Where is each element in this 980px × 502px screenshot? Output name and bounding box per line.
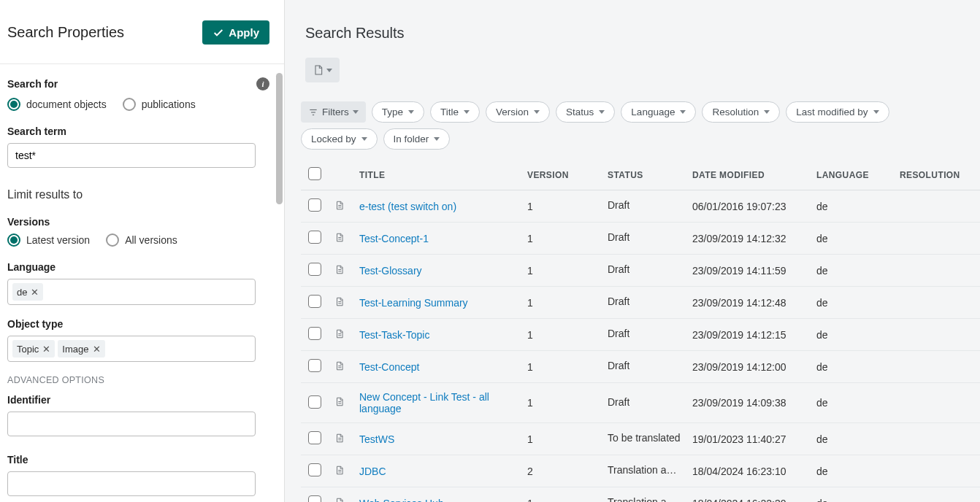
- radio-indicator: [123, 98, 136, 111]
- cell-status: Draft: [602, 319, 686, 351]
- title-input[interactable]: [7, 471, 256, 496]
- remove-tag-icon[interactable]: ✕: [93, 344, 101, 354]
- radio-all-versions[interactable]: All versions: [106, 233, 177, 247]
- document-icon: [334, 199, 345, 212]
- result-title-link[interactable]: TestWS: [359, 433, 394, 445]
- result-title-link[interactable]: Test-Learning Summary: [359, 297, 468, 309]
- radio-latest-version[interactable]: Latest version: [7, 233, 90, 247]
- table-row[interactable]: New Concept - Link Test - all language1D…: [301, 383, 980, 423]
- row-checkbox[interactable]: [308, 359, 321, 372]
- language-label: Language: [7, 261, 277, 273]
- advanced-options-label: ADVANCED OPTIONS: [7, 375, 277, 385]
- language-input[interactable]: de✕: [7, 279, 256, 305]
- cell-status: Draft: [602, 223, 686, 255]
- cell-version: 2: [521, 455, 602, 487]
- radio-document-objects[interactable]: document objects: [7, 98, 107, 111]
- cell-language: de: [811, 455, 894, 487]
- table-row[interactable]: JDBC2Translation app...18/04/2024 16:23:…: [301, 455, 980, 487]
- info-icon[interactable]: i: [256, 77, 269, 90]
- filter-pill-resolution[interactable]: Resolution: [702, 101, 780, 123]
- chevron-down-icon: [408, 110, 414, 114]
- cell-version: 1: [521, 255, 602, 287]
- result-title-link[interactable]: JDBC: [359, 466, 386, 477]
- sidebar-title: Search Properties: [7, 24, 124, 41]
- filter-pill-in-folder[interactable]: In folder: [383, 128, 451, 150]
- cell-language: de: [811, 223, 894, 255]
- filter-pill-last-modified-by[interactable]: Last modified by: [786, 101, 889, 123]
- result-title-link[interactable]: e-test (test switch on): [359, 201, 456, 212]
- result-title-link[interactable]: Test-Glossary: [359, 265, 422, 277]
- result-title-link[interactable]: Test-Task-Topic: [359, 329, 429, 341]
- select-all-checkbox[interactable]: [308, 167, 321, 180]
- col-resolution[interactable]: RESOLUTION: [894, 160, 980, 190]
- col-date-modified[interactable]: DATE MODIFIED: [686, 160, 811, 190]
- cell-resolution: [894, 287, 980, 319]
- object-type-input[interactable]: Topic✕Image✕: [7, 336, 256, 362]
- row-checkbox[interactable]: [308, 295, 321, 308]
- cell-resolution: [894, 190, 980, 223]
- cell-date: 23/09/2019 14:12:15: [686, 319, 811, 351]
- col-title[interactable]: TITLE: [353, 160, 521, 190]
- row-checkbox[interactable]: [308, 495, 321, 502]
- cell-date: 18/04/2024 16:23:10: [686, 455, 811, 487]
- row-checkbox[interactable]: [308, 463, 321, 476]
- result-title-link[interactable]: New Concept - Link Test - all language: [359, 391, 489, 414]
- cell-date: 19/01/2023 11:40:27: [686, 423, 811, 455]
- check-icon: [213, 27, 224, 39]
- result-title-link[interactable]: Web Services Hub: [359, 498, 444, 503]
- row-checkbox[interactable]: [308, 263, 321, 276]
- table-row[interactable]: Test-Task-Topic1Draft23/09/2019 14:12:15…: [301, 319, 980, 351]
- tag-image: Image✕: [58, 340, 104, 358]
- table-row[interactable]: Test-Glossary1Draft23/09/2019 14:11:59de: [301, 255, 980, 287]
- filter-pill-version[interactable]: Version: [486, 101, 550, 123]
- cell-status: Translation app...: [602, 487, 686, 503]
- row-checkbox[interactable]: [308, 431, 321, 444]
- cell-resolution: [894, 255, 980, 287]
- filter-pill-locked-by[interactable]: Locked by: [301, 128, 378, 150]
- table-row[interactable]: Web Services Hub1Translation app...18/04…: [301, 487, 980, 503]
- row-checkbox[interactable]: [308, 198, 321, 212]
- radio-publications[interactable]: publications: [123, 98, 196, 111]
- filter-icon: [308, 107, 318, 117]
- results-toolbar: [285, 49, 980, 82]
- result-title-link[interactable]: Test-Concept: [359, 361, 419, 373]
- row-checkbox[interactable]: [308, 395, 321, 409]
- table-row[interactable]: e-test (test switch on)1Draft06/01/2016 …: [301, 190, 980, 223]
- col-version[interactable]: VERSION: [521, 160, 602, 190]
- row-checkbox[interactable]: [308, 327, 321, 340]
- cell-version: 1: [521, 287, 602, 319]
- identifier-input[interactable]: [7, 412, 256, 436]
- filter-pill-title[interactable]: Title: [430, 101, 480, 123]
- document-icon: [334, 360, 345, 372]
- table-row[interactable]: Test-Concept-11Draft23/09/2019 14:12:32d…: [301, 223, 980, 255]
- filters-button[interactable]: Filters: [301, 101, 366, 123]
- col-language[interactable]: LANGUAGE: [811, 160, 894, 190]
- cell-language: de: [811, 383, 894, 423]
- cell-date: 23/09/2019 14:12:48: [686, 287, 811, 319]
- results-table-wrap: TITLE VERSION STATUS DATE MODIFIED LANGU…: [285, 160, 980, 502]
- search-term-label: Search term: [7, 126, 277, 137]
- cell-language: de: [811, 255, 894, 287]
- remove-tag-icon[interactable]: ✕: [42, 344, 50, 354]
- filter-pill-status[interactable]: Status: [556, 101, 615, 123]
- limit-results-label: Limit results to: [7, 188, 277, 201]
- table-row[interactable]: Test-Concept1Draft23/09/2019 14:12:00de: [301, 351, 980, 383]
- filter-pill-language[interactable]: Language: [621, 101, 696, 123]
- cell-status: Draft: [602, 287, 686, 319]
- col-status[interactable]: STATUS: [602, 160, 686, 190]
- row-checkbox[interactable]: [308, 231, 321, 244]
- scrollbar-thumb[interactable]: [276, 73, 283, 204]
- table-row[interactable]: TestWS1To be translated19/01/2023 11:40:…: [301, 423, 980, 455]
- remove-tag-icon[interactable]: ✕: [31, 287, 39, 297]
- search-term-input[interactable]: [7, 143, 256, 168]
- document-action-button[interactable]: [305, 58, 340, 82]
- sidebar-body: Search for i document objects publicatio…: [0, 64, 284, 502]
- filter-pill-type[interactable]: Type: [372, 101, 424, 123]
- cell-date: 06/01/2016 19:07:23: [686, 190, 811, 223]
- cell-status: Draft: [602, 383, 686, 423]
- cell-date: 23/09/2019 14:12:00: [686, 351, 811, 383]
- table-row[interactable]: Test-Learning Summary1Draft23/09/2019 14…: [301, 287, 980, 319]
- radio-indicator: [7, 233, 20, 247]
- apply-button[interactable]: Apply: [202, 20, 269, 45]
- result-title-link[interactable]: Test-Concept-1: [359, 233, 429, 244]
